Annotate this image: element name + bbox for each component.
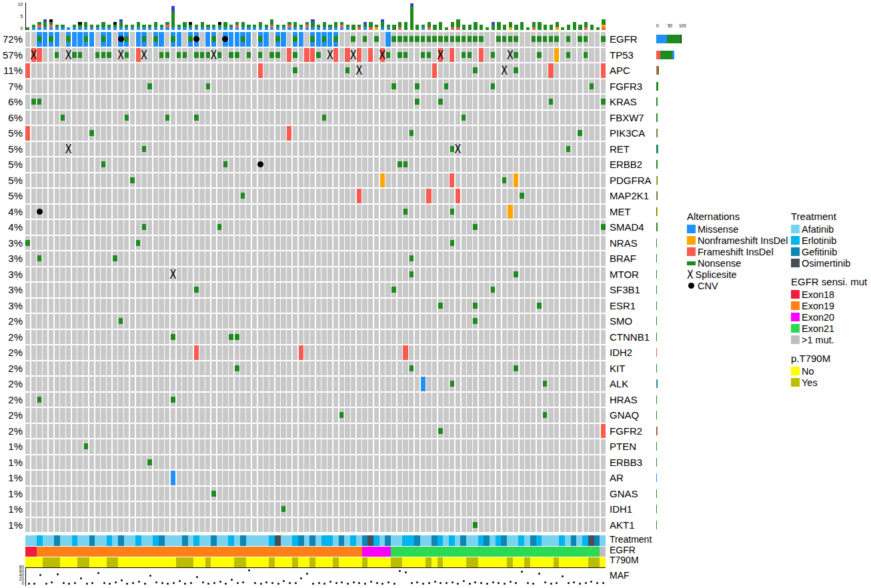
oncoprint-cell	[316, 487, 321, 501]
treatment-cell	[147, 535, 153, 546]
oncoprint-cell	[159, 393, 163, 407]
oncoprint-cell	[118, 283, 123, 297]
splicesite-x-mark: X	[502, 61, 507, 79]
oncoprint-cell	[293, 142, 297, 157]
treatment-cell	[304, 535, 310, 546]
oncoprint-cell	[333, 126, 338, 141]
oncoprint-cell	[252, 205, 257, 219]
oncoprint-cell	[450, 408, 454, 423]
oncoprint-cell	[263, 345, 268, 360]
oncoprint-cell	[281, 32, 285, 47]
oncoprint-cell	[165, 345, 169, 360]
oncoprint-cell	[240, 408, 245, 423]
oncoprint-cell	[450, 157, 454, 172]
oncoprint-cell	[479, 518, 484, 533]
oncoprint-cell	[31, 393, 36, 407]
oncoprint-cell	[467, 142, 472, 157]
top-bar	[96, 25, 99, 30]
oncoprint-cell	[107, 220, 111, 235]
oncoprint-cell	[199, 236, 204, 251]
oncoprint-cell	[188, 455, 193, 470]
oncoprint-cell	[281, 330, 285, 345]
oncoprint-cell	[37, 79, 41, 94]
oncoprint-cell	[177, 79, 181, 94]
oncoprint-cell	[496, 63, 501, 78]
maf-point	[33, 583, 35, 585]
t790m-cell	[408, 557, 414, 567]
oncoprint-cell	[95, 236, 100, 251]
oncoprint-cell	[508, 173, 512, 188]
oncoprint-cell	[467, 471, 472, 485]
oncoprint-row	[25, 79, 606, 94]
oncoprint-cell	[275, 408, 280, 423]
oncoprint-cell	[299, 283, 303, 297]
oncoprint-cell	[537, 345, 542, 360]
oncoprint-cell	[554, 502, 559, 517]
oncoprint-cell	[578, 157, 582, 172]
oncoprint-cell	[531, 79, 536, 94]
oncoprint-cell	[49, 518, 53, 533]
oncoprint-cell	[432, 518, 437, 533]
oncoprint-cell	[194, 299, 199, 313]
oncoprint-cell	[43, 220, 47, 235]
oncoprint-cell	[357, 173, 361, 188]
oncoprint-cell	[299, 173, 303, 188]
oncoprint-cell	[531, 502, 536, 517]
oncoprint-cell	[432, 63, 437, 78]
oncoprint-cell	[310, 142, 315, 157]
oncoprint-cell	[55, 63, 59, 78]
maf-point	[97, 572, 99, 574]
oncoprint-cell	[368, 487, 373, 501]
oncoprint-cell	[263, 220, 268, 235]
nonsense-mark	[25, 240, 29, 246]
nonsense-mark	[421, 36, 425, 42]
oncoprint-cell	[525, 330, 530, 345]
oncoprint-cell	[124, 361, 129, 376]
oncoprint-cell	[281, 126, 285, 141]
oncoprint-cell	[595, 220, 600, 235]
oncoprint-cell	[554, 424, 559, 439]
oncoprint-cell	[531, 408, 536, 423]
oncoprint-cell	[60, 126, 65, 141]
oncoprint-cell	[177, 330, 181, 345]
right-axis-tick-label: 50	[668, 24, 672, 28]
oncoprint-cell	[211, 63, 216, 78]
oncoprint-cell	[514, 205, 518, 219]
oncoprint-cell	[351, 220, 355, 235]
oncoprint-cell	[269, 283, 274, 297]
oncoprint-cell	[525, 63, 530, 78]
oncoprint-cell	[484, 283, 489, 297]
oncoprint-cell	[37, 487, 41, 501]
oncoprint-cell	[165, 48, 169, 63]
top-bar	[567, 25, 570, 30]
oncoprint-cell	[601, 455, 606, 470]
legend-item-label: Afatinib	[802, 224, 834, 235]
oncoprint-cell	[531, 299, 536, 313]
oncoprint-cell	[496, 345, 501, 360]
oncoprint-cell	[141, 32, 146, 47]
oncoprint-cell	[130, 471, 135, 485]
top-bar	[229, 25, 233, 30]
oncoprint-cell	[252, 126, 257, 141]
oncoprint-cell	[49, 299, 53, 313]
t790m-cell	[582, 557, 588, 567]
oncoprint-cell	[252, 299, 257, 313]
oncoprint-cell	[601, 251, 606, 266]
oncoprint-cell	[374, 157, 379, 172]
oncoprint-cell	[281, 455, 285, 470]
oncoprint-cell	[258, 157, 263, 172]
oncoprint-cell	[554, 173, 559, 188]
gene-label: MET	[610, 205, 631, 219]
oncoprint-cell	[60, 361, 65, 376]
oncoprint-cell	[595, 408, 600, 423]
treatment-cell	[292, 535, 298, 546]
oncoprint-cell	[514, 377, 518, 391]
oncoprint-cell	[339, 95, 344, 109]
treatment-cell	[373, 535, 379, 546]
oncoprint-cell	[391, 377, 396, 391]
top-bar	[253, 25, 256, 30]
oncoprint-cell	[165, 439, 169, 454]
oncoprint-cell	[514, 314, 518, 329]
oncoprint-cell	[252, 142, 257, 157]
legend-title: EGFR sensi. mut	[791, 276, 867, 287]
